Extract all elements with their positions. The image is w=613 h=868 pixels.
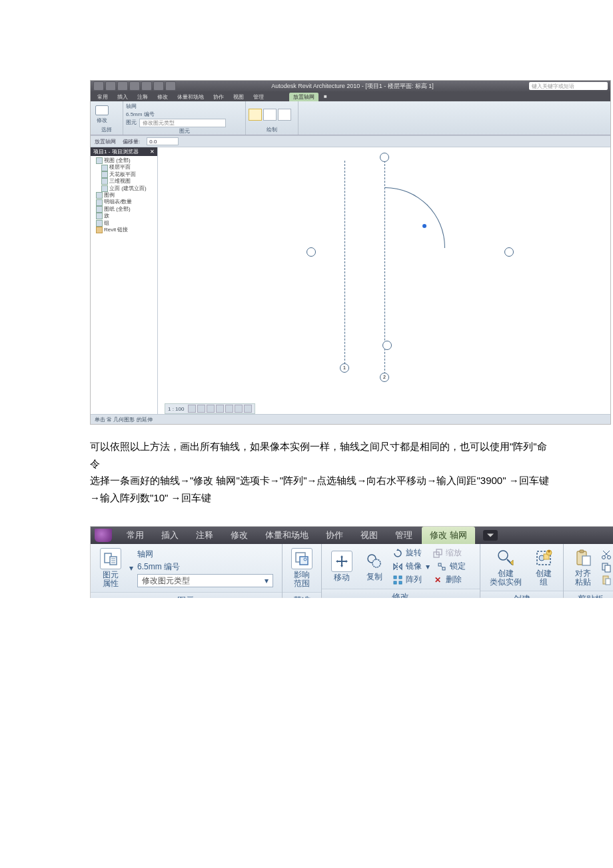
tab-annotate[interactable]: 注释: [133, 93, 152, 101]
draw-panel: [249, 109, 291, 121]
array-icon: [392, 575, 403, 585]
tab-place-grid[interactable]: 放置轴网: [289, 93, 318, 101]
svg-point-27: [602, 556, 606, 559]
create-similar-button[interactable]: 创建 类似实例: [486, 547, 526, 588]
group-create-label: 创建: [480, 591, 563, 598]
type-selector[interactable]: 轴网 6.5mm 编号 修改图元类型 ▾: [137, 549, 273, 587]
tab-insert[interactable]: 插入: [113, 93, 132, 101]
modify-button[interactable]: 修改: [93, 105, 111, 124]
draw-pick-icon[interactable]: [278, 109, 291, 121]
tab-home[interactable]: 常用: [93, 93, 112, 101]
drag-handle-icon[interactable]: [422, 224, 426, 228]
group-select-label: 选择: [93, 126, 120, 133]
qat-btn[interactable]: [141, 81, 152, 91]
move-button[interactable]: 移动: [327, 549, 356, 583]
body-text: 可以依照以上方法，画出所有轴线，如果像本实例一样，轴线之间尺寸都是相同的，也可以…: [90, 438, 556, 506]
qat-btn[interactable]: [105, 81, 116, 91]
ribbon-tabs: 常用 插入 注释 修改 体量和场地 协作 视图 管理 放置轴网 ■: [91, 91, 610, 101]
tab-view[interactable]: 视图: [229, 93, 248, 101]
copy-button[interactable]: 复制: [360, 550, 388, 583]
vc-icon[interactable]: [188, 405, 196, 413]
svg-line-14: [441, 566, 442, 567]
draw-line-icon[interactable]: [249, 109, 262, 121]
quick-access-toolbar: [93, 81, 176, 91]
grid-bubble-top[interactable]: [380, 153, 389, 162]
grid-bubble-2[interactable]: 2: [380, 373, 389, 382]
tab-collaborate[interactable]: 协作: [318, 527, 351, 544]
grid-end-handle[interactable]: [382, 341, 392, 350]
tree-icon: [101, 178, 108, 185]
vc-icon[interactable]: [197, 405, 205, 413]
paste-icon[interactable]: [601, 575, 612, 585]
tab-home[interactable]: 常用: [119, 527, 152, 544]
drawing-canvas[interactable]: 1 2 1 : 100: [158, 147, 610, 414]
app-menu-icon[interactable]: [95, 529, 112, 542]
app-menu-icon[interactable]: [93, 81, 104, 91]
tab-manage[interactable]: 管理: [249, 93, 268, 101]
revit-screenshot-2: 常用 插入 注释 修改 体量和场地 协作 视图 管理 修改 轴网 图元 属性: [90, 526, 613, 598]
minimize-ribbon-icon[interactable]: [483, 530, 498, 541]
vc-icon[interactable]: [207, 405, 215, 413]
element-properties-button[interactable]: 图元 属性: [96, 547, 125, 589]
tab-modify[interactable]: 修改: [223, 527, 256, 544]
group-clipboard-label: 剪贴板: [564, 591, 613, 598]
svg-rect-32: [605, 565, 610, 572]
project-tree[interactable]: 视图 (全部) 楼层平面 天花板平面 三维视图 立面 (建筑立面) 图例 明细表…: [91, 156, 157, 414]
rotate-button[interactable]: 旋转 缩放: [392, 547, 466, 559]
create-similar-icon: [496, 548, 516, 568]
tab-view[interactable]: 视图: [352, 527, 386, 544]
svg-rect-17: [394, 581, 396, 584]
paste-aligned-button[interactable]: 对齐 粘贴: [569, 547, 597, 588]
window-title: Autodesk Revit Architecture 2010 - [项目1 …: [180, 82, 525, 91]
mirror-button[interactable]: 镜像 ▾ 锁定: [392, 560, 466, 573]
datum-extent-button[interactable]: 影响 范围: [287, 547, 316, 589]
qat-btn[interactable]: [153, 81, 164, 91]
cut-icon[interactable]: [601, 549, 612, 560]
vc-icon[interactable]: [235, 405, 243, 413]
array-button[interactable]: 阵列 ✕ 删除: [392, 573, 466, 586]
qat-btn[interactable]: [165, 81, 176, 91]
tree-icon: [101, 171, 108, 178]
tab-massing[interactable]: 体量和场地: [257, 527, 316, 544]
info-search[interactable]: 键入关键字或短语: [529, 82, 608, 90]
qat-btn[interactable]: [129, 81, 140, 91]
create-group-button[interactable]: 创建 组: [530, 547, 558, 588]
change-type-link[interactable]: 修改图元类型 ▾: [137, 574, 273, 587]
tab-annotate[interactable]: 注释: [188, 527, 221, 544]
tree-icon: [101, 165, 108, 171]
grid-bubble-1[interactable]: 1: [340, 363, 349, 373]
control-handle[interactable]: [504, 247, 514, 257]
properties-icon: [100, 548, 121, 569]
vc-icon[interactable]: [244, 405, 252, 413]
svg-point-28: [608, 556, 611, 559]
tab-modify[interactable]: 修改: [153, 93, 172, 101]
tab-collaborate[interactable]: 协作: [209, 93, 228, 101]
title-bar: Autodesk Revit Architecture 2010 - [项目1 …: [91, 81, 610, 91]
svg-rect-6: [300, 557, 308, 565]
control-handle[interactable]: [306, 247, 316, 257]
svg-rect-18: [399, 581, 402, 584]
tab-manage[interactable]: 管理: [387, 527, 420, 544]
draw-arc-icon[interactable]: [263, 109, 277, 121]
tab-insert[interactable]: 插入: [153, 527, 187, 544]
svg-line-30: [603, 551, 608, 556]
grid-line-1[interactable]: [344, 161, 345, 367]
type-link[interactable]: 修改图元类型: [139, 119, 226, 127]
group-datum-label: 基准: [283, 592, 321, 598]
project-browser: 项目1 - 项目浏览器 ✕ 视图 (全部) 楼层平面 天花板平面 三维视图 立面…: [91, 147, 158, 414]
vc-icon[interactable]: [216, 405, 224, 413]
tab-extra[interactable]: ■: [320, 93, 331, 101]
offset-input[interactable]: 0.0: [147, 137, 179, 145]
vc-icon[interactable]: [225, 405, 233, 413]
options-context-label: 放置轴网: [95, 138, 116, 145]
main-area: 项目1 - 项目浏览器 ✕ 视图 (全部) 楼层平面 天花板平面 三维视图 立面…: [91, 147, 610, 414]
tab-modify-grid[interactable]: 修改 轴网: [422, 527, 475, 544]
qat-btn[interactable]: [117, 81, 128, 91]
copy-icon: [364, 551, 384, 571]
view-scale[interactable]: 1 : 100: [168, 406, 184, 412]
close-icon[interactable]: ✕: [150, 149, 155, 155]
scale-icon: [432, 548, 443, 559]
copy-clip-icon[interactable]: [601, 562, 612, 573]
type-selector[interactable]: 轴网 6.5mm 编号 图元 修改图元类型: [126, 103, 226, 127]
tab-massing[interactable]: 体量和场地: [173, 93, 208, 101]
